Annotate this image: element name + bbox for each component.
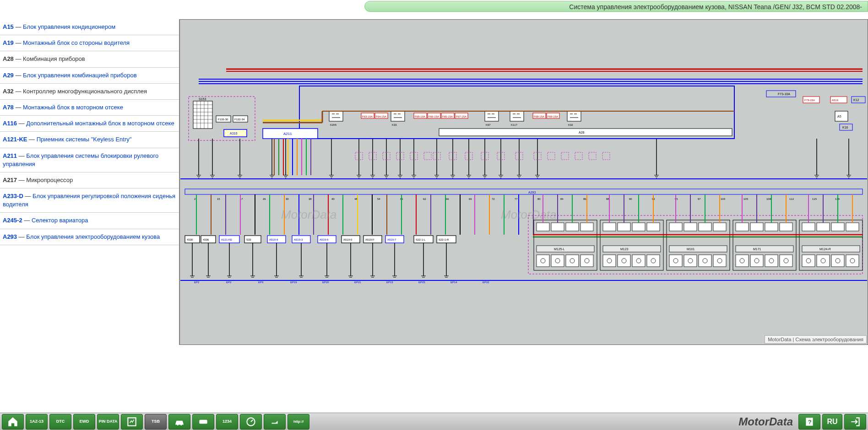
svg-text:S22-1-L: S22-1-L [416, 238, 426, 241]
sidebar-item-a245-2[interactable]: A245-2 — Селектор вариатора [0, 213, 179, 229]
svg-rect-265 [669, 255, 682, 267]
svg-text:115: 115 [812, 198, 817, 200]
bottom-spacer [0, 345, 868, 413]
svg-rect-248 [618, 255, 630, 267]
svg-rect-260 [684, 223, 697, 231]
pin-data-button[interactable]: PIN DATA [97, 414, 119, 430]
svg-text:S22-1-R: S22-1-R [439, 238, 449, 241]
svg-text:A310: A310 [230, 132, 237, 135]
svg-rect-284 [736, 255, 749, 267]
svg-rect-262 [713, 223, 726, 231]
grid-button[interactable]: 1234 [216, 414, 238, 430]
svg-text:F73-15A: F73-15A [804, 99, 815, 102]
sidebar-item-a19[interactable]: A19 — Монтажный блок со стороны водителя [0, 35, 179, 51]
svg-text:M161: M161 [687, 247, 695, 251]
svg-rect-231 [566, 255, 579, 267]
svg-rect-303 [802, 255, 815, 267]
help-button[interactable]: ? [798, 414, 820, 430]
svg-text:90: 90 [629, 198, 632, 200]
oil-button[interactable] [264, 414, 286, 430]
sidebar-item-a211[interactable]: A211 — Блок управления системы блокировк… [0, 148, 179, 172]
svg-text:EP2: EP2 [226, 281, 232, 284]
svg-text:4336: 4336 [203, 238, 209, 241]
svg-text:EP20: EP20 [322, 281, 329, 284]
svg-text:15: 15 [217, 198, 220, 200]
component-code: A15 [3, 23, 14, 30]
sidebar-item-a293[interactable]: A293 — Блок управления электрооборудован… [0, 229, 179, 245]
svg-text:F69-15A: F69-15A [548, 115, 558, 118]
dtc-button[interactable]: DTC [49, 414, 71, 430]
tsb-button[interactable]: TSB [145, 414, 167, 430]
diagram-svg[interactable]: S153 F133-30 F132-34 A310 A211 K205F63-1… [180, 20, 868, 344]
ewd-button[interactable]: EWD [73, 414, 95, 430]
header: Система управления электрооборудованием … [0, 0, 868, 19]
language-button[interactable]: RU [822, 414, 842, 430]
svg-text:A510-9: A510-9 [269, 238, 278, 241]
http-button[interactable]: http:// [288, 414, 309, 430]
home-button[interactable] [2, 414, 24, 430]
exit-button[interactable] [844, 414, 866, 430]
component-code: A293 [3, 233, 17, 240]
sidebar-item-a116[interactable]: A116 — Дополнительный монтажный блок в м… [0, 116, 179, 132]
component-code: A211 [3, 152, 17, 159]
gauge-button[interactable] [240, 414, 262, 430]
sidebar-item-a32[interactable]: A32 — Контроллер многофункционального ди… [0, 84, 179, 100]
svg-rect-282 [736, 246, 793, 252]
component-desc: Селектор вариатора [32, 217, 88, 224]
svg-rect-243 [647, 223, 660, 231]
component-desc: Дополнительный монтажный блок в моторном… [26, 120, 174, 127]
sidebar[interactable]: A15 — Блок управления кондиционеромA19 —… [0, 19, 179, 345]
svg-text:EP3: EP3 [258, 281, 264, 284]
svg-rect-229 [551, 255, 564, 267]
svg-text:MotorData: MotorData [501, 208, 556, 221]
svg-text:M124-R: M124-R [819, 247, 831, 251]
svg-rect-280 [765, 223, 778, 231]
sidebar-item-a233-d[interactable]: A233-D — Блок управления регулировкой по… [0, 188, 179, 213]
car2-button[interactable] [192, 414, 214, 430]
svg-rect-224 [580, 223, 593, 231]
svg-text:26: 26 [263, 198, 266, 200]
svg-text:F132-34: F132-34 [234, 118, 245, 121]
component-code: A217 [3, 177, 17, 183]
wiring-diagram[interactable]: S153 F133-30 F132-34 A310 A211 K205F63-1… [179, 19, 868, 345]
svg-rect-52 [567, 111, 581, 121]
svg-text:97: 97 [698, 198, 701, 200]
svg-rect-286 [750, 255, 763, 267]
brand-label: MotorData [738, 415, 793, 428]
component-code: A233-D [3, 193, 23, 199]
sidebar-item-a15[interactable]: A15 — Блок управления кондиционером [0, 19, 179, 35]
svg-text:112: 112 [789, 198, 794, 200]
car1-button[interactable] [168, 414, 190, 430]
svg-rect-278 [736, 223, 749, 231]
svg-text:K12: K12 [853, 98, 859, 102]
svg-text:A516: A516 [832, 99, 839, 102]
svg-text:A510-7: A510-7 [387, 238, 396, 241]
sidebar-item-a78[interactable]: A78 — Монтажный блок в моторном отсеке [0, 100, 179, 116]
svg-text:K32: K32 [568, 124, 573, 126]
component-desc: Блок управления электрооборудованием куз… [26, 233, 160, 240]
component-desc: Блок управления комбинацией приборов [23, 72, 137, 79]
svg-text:A510-3: A510-3 [294, 238, 303, 241]
component-code: A245-2 [3, 217, 22, 224]
diag-button[interactable] [121, 414, 143, 430]
sidebar-item-a121-ke[interactable]: A121-KE — Приемник системы "Keyless Entr… [0, 132, 179, 148]
sidebar-item-a217[interactable]: A217 — Микропроцессор [0, 172, 179, 188]
svg-text:84: 84 [560, 198, 564, 200]
svg-text:?: ? [808, 419, 812, 425]
engine-button[interactable]: 1AZ-13 [26, 414, 48, 430]
svg-rect-252 [647, 255, 660, 267]
sidebar-item-a28[interactable]: A28 — Комбинация приборов [0, 51, 179, 67]
svg-text:EP21: EP21 [354, 281, 361, 284]
svg-text:F64-15A: F64-15A [376, 115, 386, 118]
svg-text:K205: K205 [330, 124, 337, 126]
svg-line-327 [251, 419, 253, 421]
svg-rect-281 [780, 223, 792, 231]
svg-text:A121-KE: A121-KE [221, 238, 232, 241]
svg-text:EP13: EP13 [386, 281, 393, 284]
svg-rect-233 [580, 255, 593, 267]
sidebar-item-a29[interactable]: A29 — Блок управления комбинацией прибор… [0, 68, 179, 84]
component-code: A116 [3, 120, 17, 127]
svg-rect-298 [817, 223, 830, 231]
svg-text:30: 30 [286, 198, 289, 200]
svg-rect-307 [831, 255, 844, 267]
